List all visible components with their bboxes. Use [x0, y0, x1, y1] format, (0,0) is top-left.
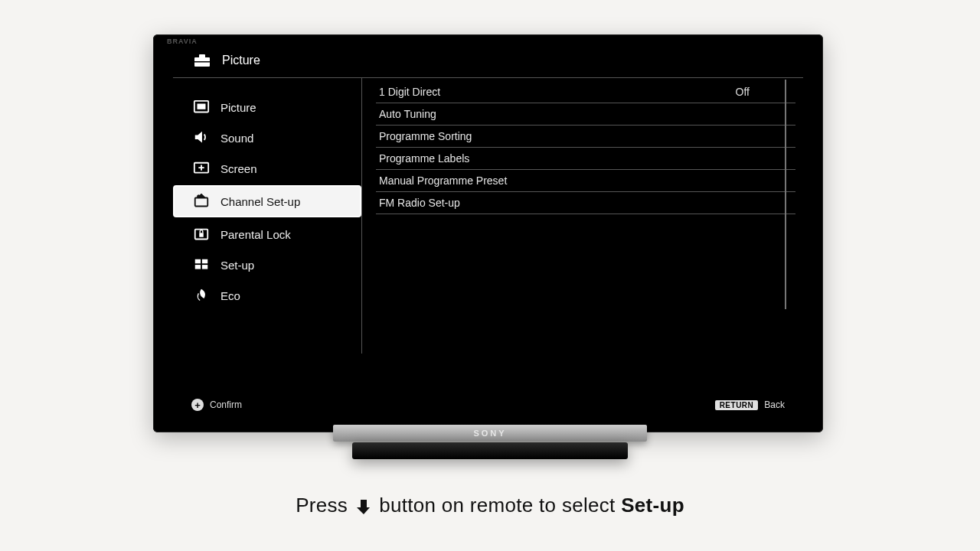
tv-screen: Picture Picture Sound [164, 45, 812, 416]
sidebar-item-label: Eco [220, 289, 240, 302]
sidebar-item-label: Parental Lock [220, 228, 291, 241]
caption-target: Set-up [621, 494, 684, 517]
sidebar-item-setup[interactable]: Set-up [173, 249, 361, 280]
sidebar-item-channel-setup[interactable]: Channel Set-up [173, 185, 361, 217]
sidebar-item-label: Picture [220, 101, 256, 114]
tv-brand-top: BRAVIA [167, 37, 198, 45]
confirm-label: Confirm [210, 399, 242, 410]
sound-icon [193, 130, 210, 145]
parental-lock-icon [193, 227, 210, 242]
setup-icon [193, 257, 210, 272]
svg-rect-12 [195, 265, 201, 269]
eco-icon [193, 288, 210, 303]
tv-stand [352, 442, 628, 459]
sidebar-item-screen[interactable]: Screen [173, 153, 361, 184]
sidebar-item-label: Set-up [220, 259, 254, 272]
sidebar-item-eco[interactable]: Eco [173, 280, 361, 311]
dpad-center-icon: + [191, 399, 204, 411]
detail-row-manual-programme-preset[interactable]: Manual Programme Preset [376, 170, 795, 192]
sidebar-item-picture[interactable]: Picture [173, 92, 361, 122]
svg-rect-13 [202, 265, 207, 269]
detail-row-fm-radio-setup[interactable]: FM Radio Set-up [376, 192, 795, 214]
svg-rect-2 [194, 61, 210, 63]
menu-header-title: Picture [222, 54, 260, 67]
detail-row-label: 1 Digit Direct [379, 86, 440, 98]
sidebar-item-label: Screen [220, 162, 257, 175]
back-hint: RETURN Back [715, 399, 785, 410]
detail-row-programme-sorting[interactable]: Programme Sorting [376, 126, 795, 148]
tv-brand-logo: SONY [333, 425, 647, 442]
sidebar-item-parental-lock[interactable]: Parental Lock [173, 219, 361, 249]
sidebar-item-label: Sound [220, 132, 253, 145]
channel-setup-icon [193, 194, 210, 209]
down-arrow-icon [357, 498, 371, 515]
caption-prefix: Press [296, 494, 353, 517]
detail-row-label: Programme Labels [379, 152, 469, 165]
sidebar-item-label: Channel Set-up [220, 195, 300, 208]
tv-frame: BRAVIA Picture Picture [153, 34, 823, 432]
svg-rect-9 [199, 233, 203, 236]
return-badge: RETURN [715, 400, 759, 410]
scrollbar[interactable] [785, 80, 786, 309]
instruction-caption: Press button on remote to select Set-up [0, 494, 980, 517]
menu-footer: + Confirm RETURN Back [164, 399, 812, 411]
settings-sidebar: Picture Sound Screen [173, 78, 361, 354]
picture-icon [193, 99, 210, 115]
detail-row-programme-labels[interactable]: Programme Labels [376, 148, 795, 170]
confirm-hint: + Confirm [191, 399, 242, 411]
screen-icon [193, 161, 210, 176]
svg-rect-11 [202, 259, 207, 263]
svg-rect-10 [195, 259, 201, 263]
svg-rect-6 [195, 198, 207, 207]
detail-pane: 1 Digit Direct Off Auto Tuning Programme… [361, 78, 803, 354]
detail-row-label: Programme Sorting [379, 130, 472, 142]
menu-header: Picture [173, 45, 803, 78]
detail-row-auto-tuning[interactable]: Auto Tuning [376, 103, 795, 126]
sidebar-item-sound[interactable]: Sound [173, 122, 361, 153]
detail-row-1-digit-direct[interactable]: 1 Digit Direct Off [376, 81, 795, 103]
detail-row-label: Auto Tuning [379, 108, 436, 120]
toolbox-icon [193, 53, 211, 68]
detail-row-label: FM Radio Set-up [379, 197, 460, 209]
caption-suffix: button on remote to select [379, 494, 621, 517]
back-label: Back [764, 399, 785, 410]
svg-point-7 [197, 195, 200, 198]
svg-rect-4 [197, 104, 205, 109]
detail-row-value: Off [736, 86, 750, 98]
svg-rect-1 [199, 54, 205, 58]
detail-row-label: Manual Programme Preset [379, 174, 507, 187]
